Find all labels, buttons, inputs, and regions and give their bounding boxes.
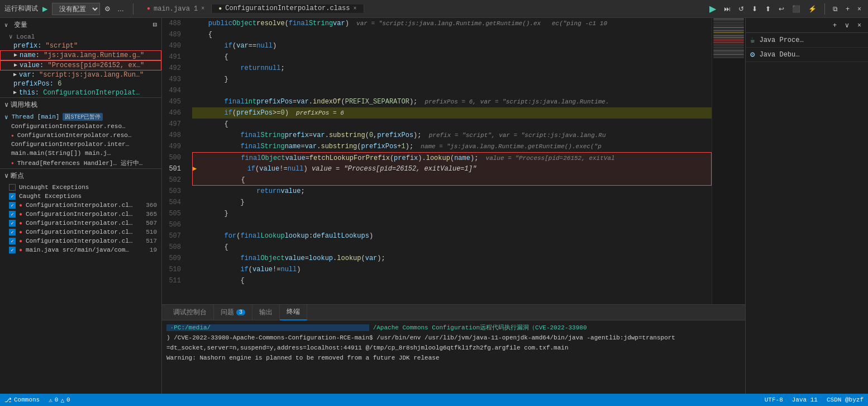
bp-item-360[interactable]: ✓ ● ConfigurationInterpolator.cl… 360 bbox=[0, 201, 161, 210]
bp-checkbox-caught[interactable]: ✓ bbox=[9, 193, 16, 200]
tab-close-config[interactable]: × bbox=[354, 6, 357, 12]
debug-step-over[interactable]: ⏭ bbox=[722, 4, 733, 14]
bp-item-main[interactable]: ✓ ● main.java src/main/java/com… 19 bbox=[0, 246, 161, 254]
tab-config-class[interactable]: ● ConfigurationInterpolator.class × bbox=[212, 4, 364, 13]
thread-item[interactable]: ∨ Thread [main] 因STEP已暂停 bbox=[0, 112, 161, 122]
java-process-item[interactable]: ☕ Java Proce… bbox=[746, 33, 868, 48]
bp-checkbox-uncaught[interactable] bbox=[9, 184, 16, 191]
debug-stop[interactable]: ⬛ bbox=[790, 4, 803, 14]
config-dropdown[interactable]: 没有配置 bbox=[52, 3, 100, 15]
var-var[interactable]: ▶ var: "script:js:java.lang.Run…" bbox=[0, 70, 161, 79]
bp-checkbox-365[interactable]: ✓ bbox=[9, 211, 16, 218]
java-debug-icon: ⚙ bbox=[750, 50, 755, 59]
bp-checkbox-517[interactable]: ✓ bbox=[9, 238, 16, 244]
callstack-item-3[interactable]: ConfigurationInterpolator.inter… bbox=[0, 140, 161, 149]
minimap bbox=[712, 18, 745, 304]
callstack-item-4[interactable]: main.main(String[]) main.j… bbox=[0, 149, 161, 158]
right-panel-expand[interactable]: ∨ bbox=[842, 20, 852, 30]
bp-num-365: 365 bbox=[146, 211, 157, 218]
minimap-line bbox=[713, 52, 744, 53]
bp-num-360: 360 bbox=[146, 202, 157, 209]
more-button[interactable]: … bbox=[115, 4, 126, 14]
code-line-511: { bbox=[192, 275, 712, 286]
java-debug-item[interactable]: ⚙ Java Debu… bbox=[746, 48, 868, 62]
variables-collapse-icon[interactable]: ⊟ bbox=[153, 21, 157, 29]
tab-terminal[interactable]: 终端 bbox=[280, 305, 307, 320]
bp-checkbox-360[interactable]: ✓ bbox=[9, 202, 16, 209]
breakpoints-header[interactable]: ∨ 断点 bbox=[0, 169, 161, 183]
bp-label-517: ConfigurationInterpolator.cl… bbox=[26, 238, 132, 244]
var-value[interactable]: ▶ value: "Process[pid=26152, ex…" bbox=[0, 60, 161, 70]
bp-caught[interactable]: ✓ Caught Exceptions bbox=[0, 192, 161, 201]
code-line-495: final int prefixPos = var . indexOf ( PR… bbox=[192, 96, 712, 107]
bp-item-517[interactable]: ✓ ● ConfigurationInterpolator.cl… 517 bbox=[0, 237, 161, 246]
debug-restart[interactable]: ↺ bbox=[736, 4, 746, 14]
bp-uncaught[interactable]: Uncaught Exceptions bbox=[0, 183, 161, 192]
tab-close-main[interactable]: × bbox=[201, 6, 204, 12]
bp-item-365[interactable]: ✓ ● ConfigurationInterpolator.cl… 365 bbox=[0, 210, 161, 219]
bp-checkbox-510[interactable]: ✓ bbox=[9, 229, 16, 235]
chevron-breakpoints: ∨ bbox=[4, 172, 8, 180]
bp-checkbox-main[interactable]: ✓ bbox=[9, 247, 16, 253]
settings-button[interactable]: ⚙ bbox=[102, 4, 113, 14]
bp-item-510[interactable]: ✓ ● ConfigurationInterpolator.cl… 510 bbox=[0, 228, 161, 237]
warning-icon: △ bbox=[60, 396, 64, 404]
callstack-label-5: Thread[References Handler]… 运行中… bbox=[17, 159, 142, 167]
minimap-line-red bbox=[713, 42, 744, 43]
tab-problems[interactable]: 问题 3 bbox=[214, 305, 252, 320]
run-button[interactable]: ▶ bbox=[40, 4, 50, 14]
right-panel-add[interactable]: + bbox=[831, 20, 839, 30]
var-prefix[interactable]: prefix: "script" bbox=[0, 41, 161, 50]
tab-debug-console[interactable]: 调试控制台 bbox=[166, 305, 214, 320]
debug-step-into[interactable]: ⬇ bbox=[750, 4, 760, 14]
close-window[interactable]: × bbox=[855, 4, 864, 14]
var-name[interactable]: ▶ name: "js:java.lang.Runtime.g…" bbox=[0, 50, 161, 60]
status-errors: ⚠ 0 △ 0 bbox=[49, 396, 70, 404]
main-content: ∨ 变量 ⊟ ∨ Local prefix: "script" ▶ name: … bbox=[0, 18, 868, 394]
var-this[interactable]: ▶ this: ConfigurationInterpolat… bbox=[0, 88, 161, 97]
minimap-line bbox=[713, 44, 744, 45]
bp-item-507[interactable]: ✓ ● ConfigurationInterpolator.cl… 507 bbox=[0, 219, 161, 228]
code-line-507: for ( final Lookup lookup : defaultLooku… bbox=[192, 230, 712, 242]
callstack-item-5[interactable]: ● Thread[References Handler]… 运行中… bbox=[0, 158, 161, 168]
code-line-490: if ( var == null ) bbox=[192, 40, 712, 51]
debug-flash[interactable]: ⚡ bbox=[806, 4, 819, 14]
minimap-line bbox=[713, 30, 744, 31]
code-line-502: { bbox=[192, 174, 712, 186]
bp-num-510: 510 bbox=[146, 229, 157, 235]
callstack-label-3: ConfigurationInterpolator.inter… bbox=[11, 141, 129, 148]
bp-label-uncaught: Uncaught Exceptions bbox=[19, 184, 89, 191]
right-panel-close[interactable]: × bbox=[855, 20, 864, 30]
sidebar: ∨ 变量 ⊟ ∨ Local prefix: "script" ▶ name: … bbox=[0, 18, 162, 394]
debug-continue[interactable]: ▶ bbox=[707, 2, 718, 15]
tab-output[interactable]: 输出 bbox=[252, 305, 280, 320]
tab-main-java[interactable]: ● main.java 1 × bbox=[140, 4, 212, 13]
chevron-thread: ∨ bbox=[4, 114, 8, 121]
split-editor[interactable]: ⧉ bbox=[831, 4, 840, 14]
code-editor: 488 489 490 491 492 493 494 495 496 497 … bbox=[162, 18, 745, 394]
bottom-tabs: 调试控制台 问题 3 输出 终端 bbox=[162, 305, 745, 320]
status-warning-count: 0 bbox=[66, 396, 70, 403]
callstack-item-2[interactable]: ● ConfigurationInterpolator.reso… bbox=[0, 131, 161, 140]
git-icon: ⎇ bbox=[4, 396, 12, 404]
code-area[interactable]: 488 489 490 491 492 493 494 495 496 497 … bbox=[162, 18, 745, 304]
code-line-504: } bbox=[192, 197, 712, 208]
minimap-line bbox=[713, 47, 744, 48]
debug-step-out[interactable]: ⬆ bbox=[763, 4, 773, 14]
callstack-header[interactable]: ∨ 调用堆栈 bbox=[0, 98, 161, 112]
code-line-488: public Object resolve ( final String var… bbox=[192, 18, 712, 29]
var-prefixpos[interactable]: prefixPos: 6 bbox=[0, 79, 161, 88]
right-panel: + ∨ × ☕ Java Proce… ⚙ Java Debu… bbox=[745, 18, 868, 394]
bp-checkbox-507[interactable]: ✓ bbox=[9, 220, 16, 226]
tab-dot-yellow: ● bbox=[218, 6, 222, 12]
variables-header[interactable]: ∨ 变量 ⊟ bbox=[0, 18, 161, 32]
code-line-505: } bbox=[192, 208, 712, 219]
code-line-500: final Object value = fetchLookupForPrefi… bbox=[192, 152, 712, 163]
debug-return[interactable]: ↩ bbox=[776, 4, 786, 14]
code-line-503: return value ; bbox=[192, 186, 712, 197]
tab-label-output: 输出 bbox=[259, 308, 273, 317]
toolbar: 运行和调试 ▶ 没有配置 ⚙ … ● main.java 1 × ● Confi… bbox=[0, 0, 868, 18]
callstack-item-1[interactable]: ConfigurationInterpolator.reso… bbox=[0, 122, 161, 131]
run-debug-section: 运行和调试 ▶ 没有配置 ⚙ … bbox=[4, 3, 126, 15]
minimize[interactable]: + bbox=[843, 4, 852, 14]
